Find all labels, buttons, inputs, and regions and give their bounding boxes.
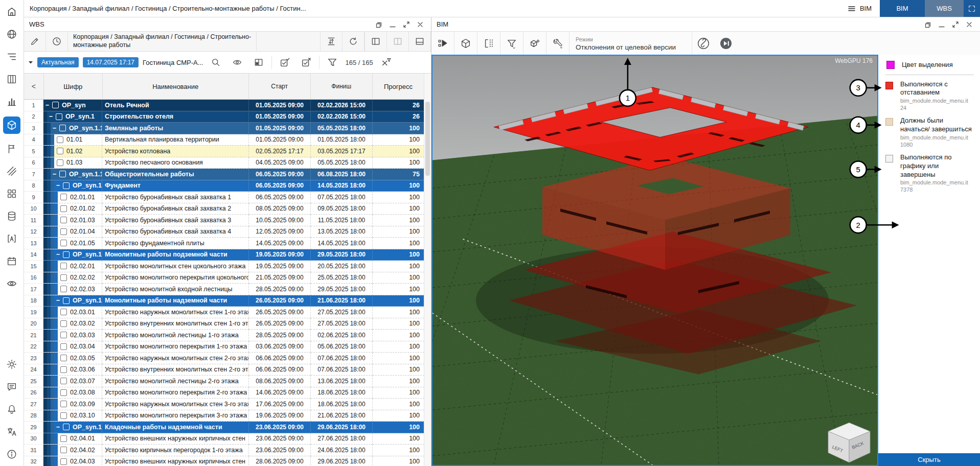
row-checkbox[interactable] xyxy=(60,435,67,442)
filter-button[interactable] xyxy=(324,55,341,70)
sidebar-item-language[interactable] xyxy=(4,424,19,439)
add-model-button[interactable] xyxy=(523,32,546,55)
table-row[interactable]: 1002.01.02Устройство буронабивных свай з… xyxy=(24,203,424,215)
table-row[interactable]: 29−OP_syn.1.1Кладочные работы надземной … xyxy=(24,422,424,433)
minimize-icon[interactable] xyxy=(938,21,945,28)
collapse-toggle[interactable]: − xyxy=(56,251,60,258)
row-checkbox[interactable] xyxy=(60,412,67,419)
sidebar-item-modules[interactable] xyxy=(4,186,19,201)
table-row[interactable]: 2502.03.07Устройство монолитной лестницы… xyxy=(24,376,424,387)
table-row[interactable]: 3−OP_syn.1.1.1Земляные работы01.05.2025 … xyxy=(24,123,424,134)
sidebar-item-globe[interactable] xyxy=(4,27,19,42)
model-button[interactable] xyxy=(454,32,477,55)
table-row[interactable]: 1602.02.02Устройство монолитного перекры… xyxy=(24,272,424,284)
columns-panel-button[interactable] xyxy=(250,55,267,70)
scrollbar-thumb[interactable] xyxy=(425,102,430,176)
layout-left-button[interactable] xyxy=(365,32,387,51)
row-checkbox[interactable] xyxy=(60,274,67,281)
header-name[interactable]: Наименование xyxy=(103,74,249,99)
bim-settings-button[interactable] xyxy=(546,32,569,55)
row-checkbox[interactable] xyxy=(57,159,63,166)
check-all-button[interactable] xyxy=(276,55,293,70)
sidebar-item-milestones[interactable] xyxy=(4,141,19,156)
version-dropdown-caret[interactable] xyxy=(28,60,33,64)
sidebar-item-comments[interactable] xyxy=(4,379,19,394)
table-scrollbar[interactable] xyxy=(424,74,431,466)
row-checkbox[interactable] xyxy=(52,102,59,108)
collapse-toggle[interactable]: − xyxy=(52,171,57,178)
row-checkbox[interactable] xyxy=(60,205,67,212)
row-checkbox[interactable] xyxy=(56,113,62,120)
bim-menu-button[interactable]: BIM xyxy=(839,0,880,17)
restore-icon[interactable] xyxy=(924,21,931,28)
version-status-badge[interactable]: Актуальная xyxy=(37,57,79,67)
collapse-toggle[interactable]: − xyxy=(52,125,57,132)
table-row[interactable]: 2002.03.02Устройство внутренних монолитн… xyxy=(24,318,424,330)
header-finish[interactable]: Финиш xyxy=(311,74,373,99)
row-checkbox[interactable] xyxy=(60,217,67,223)
layout-vertical-button[interactable] xyxy=(387,32,409,51)
row-checkbox[interactable] xyxy=(60,332,67,338)
row-checkbox[interactable] xyxy=(59,171,66,177)
collapse-toggle[interactable]: − xyxy=(45,102,50,109)
sidebar-item-resources[interactable] xyxy=(4,164,19,179)
row-checkbox[interactable] xyxy=(63,297,70,304)
table-row[interactable]: 1202.01.04Устройство буронабивных свай з… xyxy=(24,226,424,238)
mode-select[interactable]: Режим Отклонения от целевой версии xyxy=(569,32,692,55)
table-row[interactable]: 2302.03.05Устройство наружных монолитных… xyxy=(24,353,424,364)
header-code[interactable]: Шифр xyxy=(44,74,103,99)
row-checkbox[interactable] xyxy=(63,251,70,258)
row-checkbox[interactable] xyxy=(60,366,67,373)
row-checkbox[interactable] xyxy=(60,320,67,327)
collapse-all-button[interactable]: < xyxy=(24,74,44,99)
table-row[interactable]: 1102.01.03Устройство буронабивных свай з… xyxy=(24,215,424,226)
sidebar-item-board[interactable] xyxy=(4,72,19,87)
sidebar-item-data[interactable] xyxy=(4,208,19,224)
table-row[interactable]: 8−OP_syn.1.1Фундамент06.05.2025 09:0014.… xyxy=(24,180,424,192)
sequence-play-button[interactable] xyxy=(431,32,454,55)
row-checkbox[interactable] xyxy=(59,125,66,131)
row-checkbox[interactable] xyxy=(60,378,67,384)
sidebar-item-attributes[interactable] xyxy=(4,231,19,246)
table-row[interactable]: 18−OP_syn.1.1Монолитные работы надземной… xyxy=(24,295,424,307)
row-checkbox[interactable] xyxy=(60,286,67,292)
sidebar-item-home[interactable] xyxy=(4,4,19,19)
bim-filter-button[interactable] xyxy=(500,32,523,55)
row-checkbox[interactable] xyxy=(60,343,67,350)
table-row[interactable]: 902.01.01Устройство буронабивных свай за… xyxy=(24,192,424,203)
table-row[interactable]: 7−OP_syn.1.1.2Общестроительные работы06.… xyxy=(24,169,424,180)
tab-wbs[interactable]: WBS xyxy=(925,0,964,17)
uncheck-all-button[interactable] xyxy=(298,55,315,70)
sidebar-item-bim-module[interactable] xyxy=(3,116,20,134)
sidebar-item-structure[interactable] xyxy=(4,49,19,64)
table-row[interactable]: 14−OP_syn.1.1Монолитные работы подземной… xyxy=(24,249,424,261)
row-checkbox[interactable] xyxy=(60,263,67,269)
sidebar-item-notifications[interactable] xyxy=(4,402,19,417)
sidebar-item-visibility[interactable] xyxy=(4,276,19,291)
row-checkbox[interactable] xyxy=(60,458,67,465)
maximize-icon[interactable] xyxy=(403,21,410,28)
clear-filter-button[interactable] xyxy=(377,55,395,70)
row-checkbox[interactable] xyxy=(57,148,63,154)
sidebar-item-theme[interactable] xyxy=(4,357,19,372)
sidebar-item-info[interactable] xyxy=(4,447,19,462)
bim-3d-scene[interactable]: LEFT BACK xyxy=(432,56,877,465)
row-checkbox[interactable] xyxy=(60,309,67,315)
sidebar-item-analytics[interactable] xyxy=(4,94,19,109)
edit-button[interactable] xyxy=(24,32,46,51)
collapse-toggle[interactable]: − xyxy=(49,113,53,120)
table-row[interactable]: 1−OP_synОтель Речной01.05.2025 09:0002.0… xyxy=(24,100,424,111)
fullscreen-button[interactable] xyxy=(964,0,980,17)
table-row[interactable]: 2402.03.06Устройство внутренних монолитн… xyxy=(24,364,424,376)
refresh-button[interactable] xyxy=(343,32,364,51)
table-row[interactable]: 1902.03.01Устройство наружных монолитных… xyxy=(24,307,424,318)
table-row[interactable]: 3102.04.02Устройство кирпичных перегород… xyxy=(24,445,424,456)
table-row[interactable]: 1702.02.03Устройство монолитной входной … xyxy=(24,284,424,295)
bim-viewport[interactable]: WebGPU 176 xyxy=(431,55,878,466)
table-row[interactable]: 1302.01.05Устройство фундаментной плиты1… xyxy=(24,238,424,249)
row-checkbox[interactable] xyxy=(60,240,67,246)
history-button[interactable] xyxy=(46,32,68,51)
table-row[interactable]: 401.01Вертикальная планировка территории… xyxy=(24,134,424,146)
minimize-icon[interactable] xyxy=(389,21,396,28)
row-checkbox[interactable] xyxy=(63,182,70,189)
